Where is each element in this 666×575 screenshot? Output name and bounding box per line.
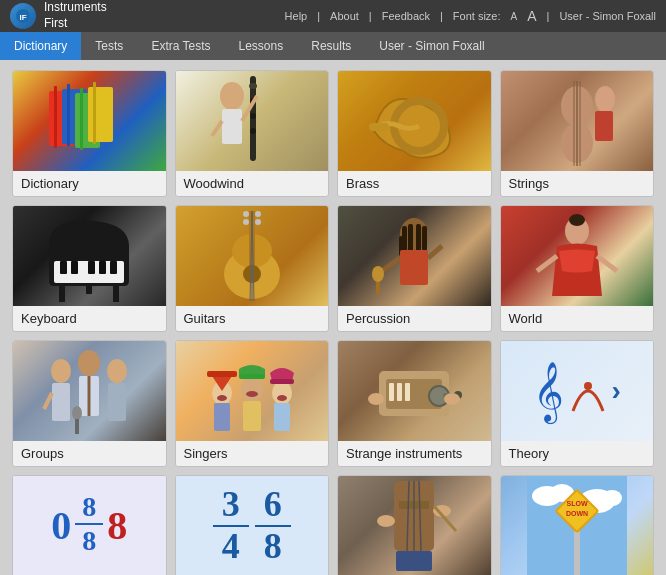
card-label-theory: Theory [501, 441, 654, 466]
svg-rect-78 [239, 374, 265, 379]
nav-dictionary[interactable]: Dictionary [0, 32, 81, 60]
card-label-brass: Brass [338, 171, 491, 196]
card-world[interactable]: World [500, 205, 655, 332]
help-link[interactable]: Help [285, 10, 308, 22]
card-techniques[interactable]: Techniques [337, 475, 492, 575]
svg-rect-31 [71, 261, 78, 274]
dictionary-icon [13, 71, 166, 171]
card-strings[interactable]: Strings [500, 70, 655, 197]
font-large-link[interactable]: A [527, 8, 536, 24]
svg-point-69 [107, 359, 127, 383]
svg-point-14 [250, 128, 256, 134]
app-branding: IF Instruments First [10, 0, 107, 31]
svg-point-84 [246, 391, 258, 397]
feedback-link[interactable]: Feedback [382, 10, 430, 22]
card-guitars[interactable]: Guitars [175, 205, 330, 332]
card-image-strings [501, 71, 654, 171]
svg-rect-28 [595, 111, 613, 141]
svg-rect-79 [243, 401, 261, 431]
card-rhythm[interactable]: 3 4 6 8 Rhythm [175, 475, 330, 575]
svg-rect-36 [113, 284, 119, 302]
svg-line-61 [537, 256, 557, 271]
svg-rect-55 [400, 250, 428, 285]
nav-lessons[interactable]: Lessons [225, 32, 298, 60]
card-woodwind[interactable]: Woodwind [175, 70, 330, 197]
svg-rect-20 [369, 123, 389, 131]
app-logo: IF [10, 3, 36, 29]
svg-point-13 [250, 113, 256, 119]
card-image-groups [13, 341, 166, 441]
svg-rect-65 [52, 383, 70, 421]
svg-point-95 [444, 393, 460, 405]
rhythm-visual: 3 4 6 8 [176, 476, 329, 575]
svg-rect-34 [110, 261, 117, 274]
card-label-groups: Groups [13, 441, 166, 466]
svg-line-56 [382, 258, 400, 271]
card-image-strange [338, 341, 491, 441]
svg-rect-93 [405, 383, 410, 401]
svg-point-80 [272, 381, 292, 405]
font-small-link[interactable]: A [511, 11, 518, 22]
user-link[interactable]: User - Simon Foxall [559, 10, 656, 22]
nav-bar: Dictionary Tests Extra Tests Lessons Res… [0, 32, 666, 60]
card-label-singers: Singers [176, 441, 329, 466]
card-image-chords: 0 8 8 8 [13, 476, 166, 575]
chords-num-8-red: 8 [107, 506, 127, 546]
chords-num-0: 0 [51, 506, 71, 546]
card-brass[interactable]: Brass [337, 70, 492, 197]
nav-user[interactable]: User - Simon Foxall [365, 32, 498, 60]
svg-rect-8 [80, 88, 83, 150]
card-label-keyboard: Keyboard [13, 306, 166, 331]
svg-rect-52 [416, 224, 421, 252]
treble-clef-icon: 𝄞 [533, 365, 564, 417]
top-bar: IF Instruments First Help | About | Feed… [0, 0, 666, 32]
svg-point-63 [569, 214, 585, 226]
chords-num-8-top: 8 [82, 493, 96, 521]
svg-line-57 [428, 246, 442, 258]
card-image-theory: 𝄞 › [501, 341, 654, 441]
svg-line-66 [44, 393, 52, 409]
svg-rect-82 [274, 403, 290, 431]
font-size-label: Font size: [453, 10, 501, 22]
svg-point-11 [249, 83, 257, 89]
card-image-techniques [338, 476, 491, 575]
greater-than-icon: › [612, 375, 621, 407]
card-singers[interactable]: Singers [175, 340, 330, 467]
card-theory[interactable]: 𝄞 › Theory [500, 340, 655, 467]
rhythm-bottom-left: 4 [222, 527, 240, 567]
svg-rect-37 [86, 284, 92, 294]
svg-rect-76 [214, 403, 230, 431]
svg-text:SLOW: SLOW [566, 500, 587, 507]
svg-rect-16 [222, 109, 242, 144]
svg-rect-5 [88, 87, 113, 142]
card-basics[interactable]: SLOW DOWN Basics [500, 475, 655, 575]
svg-line-62 [597, 256, 617, 271]
card-image-basics: SLOW DOWN [501, 476, 654, 575]
card-strange[interactable]: Strange instruments [337, 340, 492, 467]
card-percussion[interactable]: Percussion [337, 205, 492, 332]
svg-point-64 [51, 359, 71, 383]
svg-rect-53 [422, 226, 427, 251]
card-image-world [501, 206, 654, 306]
svg-text:IF: IF [19, 13, 26, 22]
card-chords[interactable]: 0 8 8 8 Chords [12, 475, 167, 575]
about-link[interactable]: About [330, 10, 359, 22]
svg-rect-70 [108, 383, 126, 421]
card-image-brass [338, 71, 491, 171]
nav-extra-tests[interactable]: Extra Tests [137, 32, 224, 60]
svg-rect-7 [67, 84, 70, 146]
card-label-guitars: Guitars [176, 306, 329, 331]
top-bar-links: Help | About | Feedback | Font size: A A… [285, 8, 656, 24]
card-label-world: World [501, 306, 654, 331]
svg-point-67 [78, 350, 100, 376]
nav-results[interactable]: Results [297, 32, 365, 60]
rhythm-top-left: 3 [222, 485, 240, 525]
card-label-strings: Strings [501, 171, 654, 196]
card-groups[interactable]: Groups [12, 340, 167, 467]
nav-tests[interactable]: Tests [81, 32, 137, 60]
card-dictionary[interactable]: Dictionary [12, 70, 167, 197]
svg-point-15 [220, 82, 244, 110]
card-keyboard[interactable]: Keyboard [12, 205, 167, 332]
svg-point-58 [372, 266, 384, 282]
svg-point-102 [377, 515, 395, 527]
